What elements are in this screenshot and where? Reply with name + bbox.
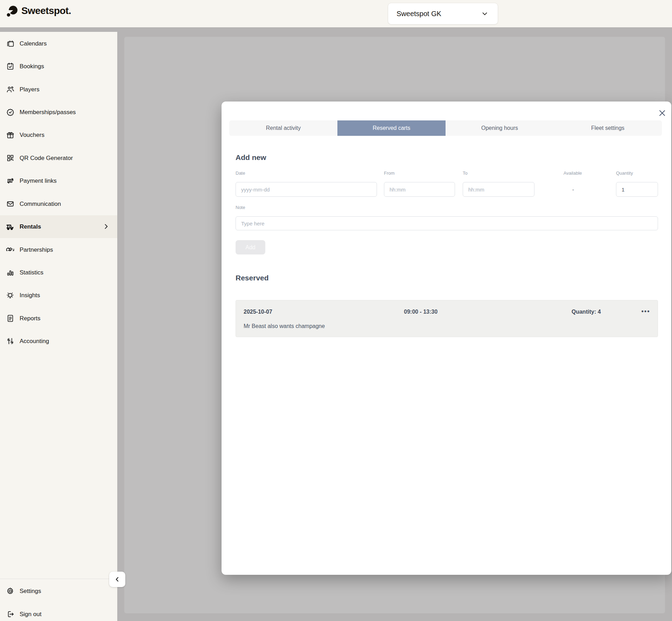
sidebar-collapse-button[interactable] bbox=[109, 572, 125, 587]
sidebar-footer-divider bbox=[0, 579, 117, 579]
report-document-icon bbox=[6, 314, 15, 323]
gear-icon bbox=[6, 587, 15, 596]
tab-rental-activity[interactable]: Rental activity bbox=[229, 120, 337, 136]
date-label: Date bbox=[236, 170, 245, 176]
sidebar-item-sign-out[interactable]: Sign out bbox=[0, 603, 117, 621]
tab-reserved-carts[interactable]: Reserved carts bbox=[337, 120, 446, 136]
sidebar-item-statistics[interactable]: Statistics bbox=[0, 261, 117, 284]
quantity-input[interactable] bbox=[616, 182, 658, 197]
sidebar-item-label: Calendars bbox=[20, 40, 47, 47]
sidebar-item-qr-code-generator[interactable]: QR Code Generator bbox=[0, 147, 117, 169]
voucher-gift-icon bbox=[6, 131, 15, 140]
to-label: To bbox=[463, 170, 468, 176]
chevron-down-icon bbox=[481, 10, 489, 18]
quantity-label: Quantity bbox=[616, 170, 633, 176]
qr-code-icon bbox=[6, 154, 15, 163]
sweetspot-logo: Sweetspot. bbox=[6, 5, 71, 17]
reserved-item-note: Mr Beast also wants champagne bbox=[244, 323, 325, 329]
note-label: Note bbox=[236, 205, 245, 210]
sidebar-item-communication[interactable]: Communication bbox=[0, 193, 117, 215]
sidebar-item-label: Settings bbox=[20, 588, 41, 595]
available-value: - bbox=[572, 187, 574, 193]
note-input[interactable] bbox=[236, 216, 658, 230]
tab-fleet-settings[interactable]: Fleet settings bbox=[554, 120, 662, 136]
from-label: From bbox=[384, 170, 394, 176]
add-new-title: Add new bbox=[236, 153, 266, 162]
app-root: Sweetspot. Sweetspot GK Calendars bbox=[0, 0, 672, 621]
sidebar-item-label: QR Code Generator bbox=[20, 155, 73, 162]
reserved-title: Reserved bbox=[236, 274, 269, 282]
tab-opening-hours[interactable]: Opening hours bbox=[446, 120, 554, 136]
sidebar-item-label: Partnerships bbox=[20, 246, 53, 253]
bookings-icon bbox=[6, 62, 15, 71]
club-selector-dropdown[interactable]: Sweetspot GK bbox=[388, 3, 498, 25]
sidebar-item-label: Insights bbox=[20, 292, 40, 299]
to-time-input[interactable] bbox=[463, 182, 534, 197]
sidebar-item-label: Accounting bbox=[20, 338, 49, 345]
rentals-modal: Rental activity Reserved carts Opening h… bbox=[222, 102, 671, 575]
sidebar-item-label: Bookings bbox=[20, 63, 44, 70]
sidebar-item-label: Memberships/passes bbox=[20, 109, 76, 116]
calendars-icon bbox=[6, 39, 15, 48]
from-time-input[interactable] bbox=[384, 182, 455, 197]
players-icon bbox=[6, 85, 15, 94]
sidebar-item-label: Communication bbox=[20, 201, 61, 208]
bar-chart-icon bbox=[6, 268, 15, 277]
sidebar: Calendars Bookings Players bbox=[0, 32, 117, 621]
sidebar-item-label: Reports bbox=[20, 315, 41, 322]
logo-text: Sweetspot. bbox=[21, 5, 71, 16]
sidebar-item-memberships[interactable]: Memberships/passes bbox=[0, 101, 117, 124]
sidebar-item-vouchers[interactable]: Vouchers bbox=[0, 124, 117, 146]
payment-links-icon bbox=[6, 176, 15, 186]
lightbulb-icon bbox=[6, 291, 15, 300]
membership-badge-icon bbox=[6, 108, 15, 117]
sidebar-item-label: Rentals bbox=[20, 223, 41, 230]
available-label: Available bbox=[564, 170, 582, 176]
club-selector-value: Sweetspot GK bbox=[397, 10, 441, 18]
sidebar-item-partnerships[interactable]: Partnerships bbox=[0, 238, 117, 261]
sidebar-item-payment-links[interactable]: Payment links bbox=[0, 169, 117, 192]
close-icon bbox=[658, 109, 666, 117]
sidebar-item-reports[interactable]: Reports bbox=[0, 307, 117, 330]
reserved-item-time: 09:00 - 13:30 bbox=[404, 309, 438, 315]
sidebar-item-rentals[interactable]: Rentals bbox=[0, 215, 117, 238]
sidebar-item-players[interactable]: Players bbox=[0, 78, 117, 101]
modal-close-button[interactable] bbox=[657, 107, 668, 119]
sign-out-icon bbox=[6, 610, 15, 619]
sidebar-item-label: Sign out bbox=[20, 611, 41, 618]
sidebar-item-calendars[interactable]: Calendars bbox=[0, 32, 117, 55]
date-input[interactable] bbox=[236, 182, 377, 197]
sidebar-item-label: Statistics bbox=[20, 269, 43, 276]
sidebar-item-settings[interactable]: Settings bbox=[0, 580, 117, 602]
add-button[interactable]: Add bbox=[236, 240, 265, 254]
modal-tab-bar: Rental activity Reserved carts Opening h… bbox=[229, 120, 662, 136]
sweetspot-logo-icon bbox=[6, 5, 18, 17]
sidebar-item-bookings[interactable]: Bookings bbox=[0, 55, 117, 78]
reserved-item-menu-button[interactable]: ••• bbox=[639, 306, 652, 316]
reserved-item-quantity: Quantity: 4 bbox=[572, 309, 601, 315]
chevron-left-icon bbox=[114, 576, 120, 582]
communication-envelope-icon bbox=[6, 200, 15, 209]
sidebar-item-insights[interactable]: Insights bbox=[0, 284, 117, 307]
topbar: Sweetspot. Sweetspot GK bbox=[0, 0, 672, 27]
sidebar-item-accounting[interactable]: Accounting bbox=[0, 330, 117, 353]
sidebar-item-label: Vouchers bbox=[20, 132, 44, 139]
sidebar-item-label: Players bbox=[20, 86, 40, 93]
handshake-icon bbox=[6, 245, 15, 254]
ellipsis-icon: ••• bbox=[642, 308, 650, 315]
chevron-right-icon bbox=[103, 223, 110, 230]
reserved-item-date: 2025-10-07 bbox=[244, 309, 272, 315]
reserved-list-item: 2025-10-07 09:00 - 13:30 Quantity: 4 •••… bbox=[236, 300, 658, 337]
golf-cart-icon bbox=[6, 222, 15, 231]
adjustments-icon bbox=[6, 337, 15, 346]
sidebar-item-label: Payment links bbox=[20, 177, 57, 184]
